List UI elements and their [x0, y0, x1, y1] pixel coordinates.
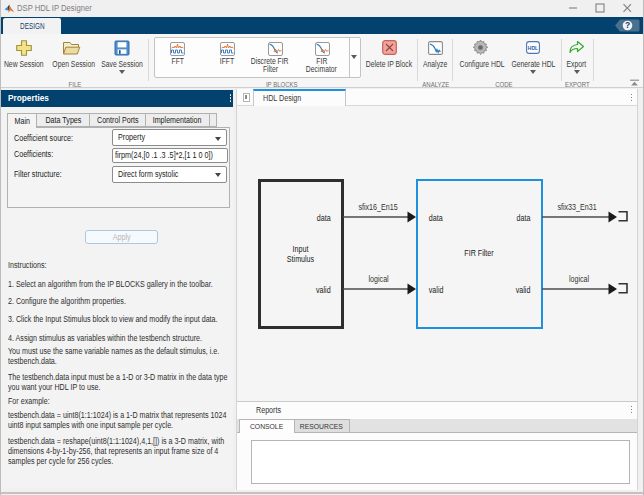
- svg-text:valid: valid: [516, 285, 531, 295]
- svg-text:HDL: HDL: [528, 45, 538, 51]
- svg-text:valid: valid: [316, 285, 331, 295]
- svg-text:sfix16_En15: sfix16_En15: [358, 202, 398, 212]
- svg-text:valid: valid: [429, 285, 444, 295]
- svg-text:logical: logical: [569, 274, 589, 284]
- svg-text:?: ?: [625, 20, 630, 30]
- svg-text:data: data: [317, 213, 331, 223]
- svg-text:sfix33_En31: sfix33_En31: [557, 202, 596, 212]
- svg-text:FIR Filter: FIR Filter: [464, 248, 494, 258]
- svg-text:Input: Input: [293, 244, 310, 254]
- svg-text:data: data: [517, 213, 531, 223]
- svg-text:logical: logical: [369, 274, 389, 284]
- svg-text:data: data: [429, 213, 443, 223]
- svg-text:Stimulus: Stimulus: [287, 254, 314, 264]
